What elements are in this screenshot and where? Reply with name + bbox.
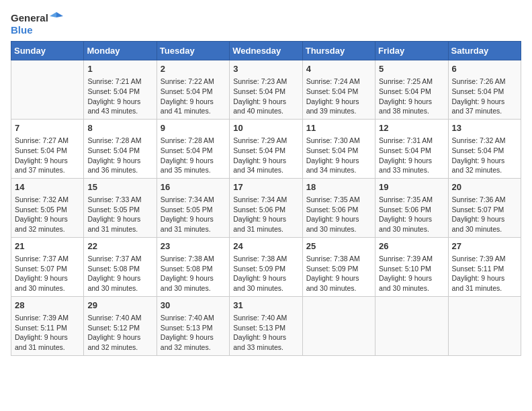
day-info: Sunrise: 7:40 AM Sunset: 5:13 PM Dayligh… bbox=[233, 313, 298, 353]
day-cell: 31Sunrise: 7:40 AM Sunset: 5:13 PM Dayli… bbox=[230, 296, 302, 355]
day-info: Sunrise: 7:40 AM Sunset: 5:13 PM Dayligh… bbox=[161, 313, 226, 353]
day-cell bbox=[448, 296, 521, 355]
day-number: 31 bbox=[233, 300, 298, 312]
day-info: Sunrise: 7:28 AM Sunset: 5:04 PM Dayligh… bbox=[87, 136, 152, 175]
day-number: 29 bbox=[87, 300, 152, 312]
svg-marker-0 bbox=[56, 12, 63, 17]
day-cell: 12Sunrise: 7:31 AM Sunset: 5:04 PM Dayli… bbox=[375, 119, 448, 178]
logo-bird-icon bbox=[50, 11, 63, 24]
day-cell bbox=[302, 296, 375, 355]
calendar-body: 1Sunrise: 7:21 AM Sunset: 5:04 PM Daylig… bbox=[11, 60, 521, 356]
svg-marker-1 bbox=[50, 12, 56, 17]
day-info: Sunrise: 7:31 AM Sunset: 5:04 PM Dayligh… bbox=[379, 136, 444, 175]
week-row-4: 28Sunrise: 7:39 AM Sunset: 5:11 PM Dayli… bbox=[11, 296, 521, 355]
day-info: Sunrise: 7:35 AM Sunset: 5:06 PM Dayligh… bbox=[379, 195, 444, 234]
day-info: Sunrise: 7:25 AM Sunset: 5:04 PM Dayligh… bbox=[379, 77, 444, 116]
day-cell: 28Sunrise: 7:39 AM Sunset: 5:11 PM Dayli… bbox=[11, 296, 84, 355]
day-number: 14 bbox=[15, 181, 80, 193]
logo-blue: Blue bbox=[11, 24, 33, 36]
header-cell-wednesday: Wednesday bbox=[230, 42, 302, 60]
day-cell: 30Sunrise: 7:40 AM Sunset: 5:13 PM Dayli… bbox=[157, 296, 229, 355]
day-info: Sunrise: 7:32 AM Sunset: 5:05 PM Dayligh… bbox=[15, 195, 80, 234]
day-cell: 23Sunrise: 7:38 AM Sunset: 5:08 PM Dayli… bbox=[157, 237, 229, 296]
day-info: Sunrise: 7:38 AM Sunset: 5:09 PM Dayligh… bbox=[306, 254, 371, 293]
week-row-3: 21Sunrise: 7:37 AM Sunset: 5:07 PM Dayli… bbox=[11, 237, 521, 296]
day-info: Sunrise: 7:39 AM Sunset: 5:10 PM Dayligh… bbox=[379, 254, 444, 293]
day-number: 7 bbox=[15, 122, 80, 134]
day-cell: 2Sunrise: 7:22 AM Sunset: 5:04 PM Daylig… bbox=[157, 60, 229, 120]
day-info: Sunrise: 7:24 AM Sunset: 5:04 PM Dayligh… bbox=[306, 77, 371, 116]
day-cell: 1Sunrise: 7:21 AM Sunset: 5:04 PM Daylig… bbox=[84, 60, 157, 120]
day-number: 21 bbox=[15, 240, 80, 253]
calendar-table: SundayMondayTuesdayWednesdayThursdayFrid… bbox=[11, 41, 521, 356]
header-cell-friday: Friday bbox=[375, 42, 448, 60]
week-row-2: 14Sunrise: 7:32 AM Sunset: 5:05 PM Dayli… bbox=[11, 178, 521, 237]
day-info: Sunrise: 7:29 AM Sunset: 5:04 PM Dayligh… bbox=[233, 136, 298, 175]
day-cell: 17Sunrise: 7:34 AM Sunset: 5:06 PM Dayli… bbox=[230, 178, 302, 237]
header-row: SundayMondayTuesdayWednesdayThursdayFrid… bbox=[11, 42, 521, 60]
day-cell: 24Sunrise: 7:38 AM Sunset: 5:09 PM Dayli… bbox=[230, 237, 302, 296]
day-cell: 29Sunrise: 7:40 AM Sunset: 5:12 PM Dayli… bbox=[84, 296, 157, 355]
day-number: 11 bbox=[306, 122, 371, 134]
day-cell bbox=[11, 60, 84, 120]
day-info: Sunrise: 7:39 AM Sunset: 5:11 PM Dayligh… bbox=[452, 254, 517, 293]
day-info: Sunrise: 7:28 AM Sunset: 5:04 PM Dayligh… bbox=[161, 136, 226, 175]
day-cell: 11Sunrise: 7:30 AM Sunset: 5:04 PM Dayli… bbox=[302, 119, 375, 178]
header-cell-thursday: Thursday bbox=[302, 42, 375, 60]
day-info: Sunrise: 7:21 AM Sunset: 5:04 PM Dayligh… bbox=[87, 77, 152, 116]
day-info: Sunrise: 7:32 AM Sunset: 5:04 PM Dayligh… bbox=[452, 136, 517, 175]
header-cell-tuesday: Tuesday bbox=[157, 42, 229, 60]
day-number: 16 bbox=[161, 181, 226, 193]
day-cell: 14Sunrise: 7:32 AM Sunset: 5:05 PM Dayli… bbox=[11, 178, 84, 237]
day-info: Sunrise: 7:37 AM Sunset: 5:07 PM Dayligh… bbox=[15, 254, 80, 293]
day-number: 5 bbox=[379, 63, 444, 75]
logo-general: General bbox=[11, 12, 48, 24]
day-cell: 7Sunrise: 7:27 AM Sunset: 5:04 PM Daylig… bbox=[11, 119, 84, 178]
day-number: 20 bbox=[452, 181, 517, 193]
day-cell: 9Sunrise: 7:28 AM Sunset: 5:04 PM Daylig… bbox=[157, 119, 229, 178]
header-cell-saturday: Saturday bbox=[448, 42, 521, 60]
day-info: Sunrise: 7:26 AM Sunset: 5:04 PM Dayligh… bbox=[452, 77, 517, 116]
day-number: 26 bbox=[379, 240, 444, 253]
day-number: 23 bbox=[161, 240, 226, 253]
day-info: Sunrise: 7:23 AM Sunset: 5:04 PM Dayligh… bbox=[233, 77, 298, 116]
day-info: Sunrise: 7:30 AM Sunset: 5:04 PM Dayligh… bbox=[306, 136, 371, 175]
day-cell: 25Sunrise: 7:38 AM Sunset: 5:09 PM Dayli… bbox=[302, 237, 375, 296]
day-number: 28 bbox=[15, 300, 80, 312]
day-info: Sunrise: 7:34 AM Sunset: 5:05 PM Dayligh… bbox=[161, 195, 226, 234]
day-cell: 10Sunrise: 7:29 AM Sunset: 5:04 PM Dayli… bbox=[230, 119, 302, 178]
day-info: Sunrise: 7:35 AM Sunset: 5:06 PM Dayligh… bbox=[306, 195, 371, 234]
day-number: 30 bbox=[161, 300, 226, 312]
day-number: 17 bbox=[233, 181, 298, 193]
day-number: 15 bbox=[87, 181, 152, 193]
day-cell: 20Sunrise: 7:36 AM Sunset: 5:07 PM Dayli… bbox=[448, 178, 521, 237]
day-number: 27 bbox=[452, 240, 517, 253]
calendar-header: SundayMondayTuesdayWednesdayThursdayFrid… bbox=[11, 42, 521, 60]
day-number: 25 bbox=[306, 240, 371, 253]
day-cell: 26Sunrise: 7:39 AM Sunset: 5:10 PM Dayli… bbox=[375, 237, 448, 296]
day-number: 19 bbox=[379, 181, 444, 193]
day-cell: 15Sunrise: 7:33 AM Sunset: 5:05 PM Dayli… bbox=[84, 178, 157, 237]
day-number: 3 bbox=[233, 63, 298, 75]
day-cell: 27Sunrise: 7:39 AM Sunset: 5:11 PM Dayli… bbox=[448, 237, 521, 296]
day-cell: 18Sunrise: 7:35 AM Sunset: 5:06 PM Dayli… bbox=[302, 178, 375, 237]
day-number: 12 bbox=[379, 122, 444, 134]
week-row-0: 1Sunrise: 7:21 AM Sunset: 5:04 PM Daylig… bbox=[11, 60, 521, 120]
day-cell: 5Sunrise: 7:25 AM Sunset: 5:04 PM Daylig… bbox=[375, 60, 448, 120]
day-number: 1 bbox=[87, 63, 152, 75]
day-number: 18 bbox=[306, 181, 371, 193]
day-cell: 8Sunrise: 7:28 AM Sunset: 5:04 PM Daylig… bbox=[84, 119, 157, 178]
day-cell bbox=[375, 296, 448, 355]
day-number: 4 bbox=[306, 63, 371, 75]
header-cell-monday: Monday bbox=[84, 42, 157, 60]
day-number: 9 bbox=[161, 122, 226, 134]
day-info: Sunrise: 7:27 AM Sunset: 5:04 PM Dayligh… bbox=[15, 136, 80, 175]
day-cell: 13Sunrise: 7:32 AM Sunset: 5:04 PM Dayli… bbox=[448, 119, 521, 178]
day-cell: 19Sunrise: 7:35 AM Sunset: 5:06 PM Dayli… bbox=[375, 178, 448, 237]
day-number: 8 bbox=[87, 122, 152, 134]
day-info: Sunrise: 7:40 AM Sunset: 5:12 PM Dayligh… bbox=[87, 313, 152, 353]
day-info: Sunrise: 7:33 AM Sunset: 5:05 PM Dayligh… bbox=[87, 195, 152, 234]
day-number: 22 bbox=[87, 240, 152, 253]
day-cell: 16Sunrise: 7:34 AM Sunset: 5:05 PM Dayli… bbox=[157, 178, 229, 237]
day-info: Sunrise: 7:34 AM Sunset: 5:06 PM Dayligh… bbox=[233, 195, 298, 234]
